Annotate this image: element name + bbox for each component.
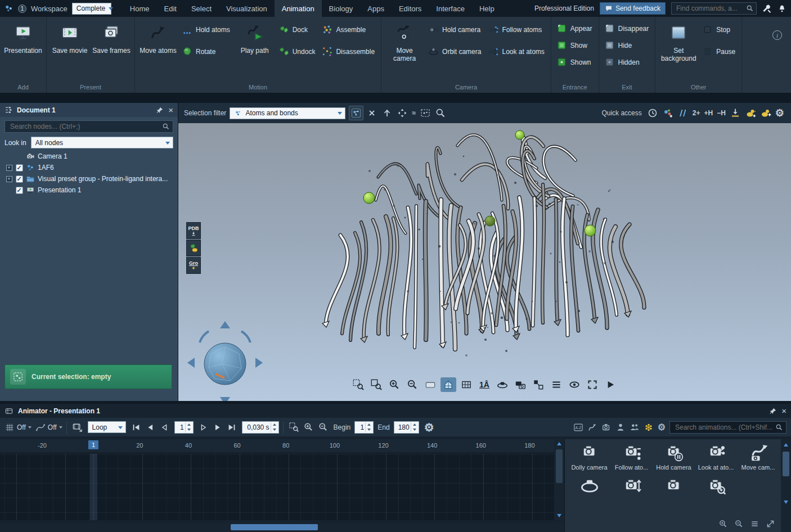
cam-stack-button[interactable] (513, 377, 528, 392)
node-button[interactable] (531, 377, 546, 392)
grid3d-button[interactable] (459, 377, 474, 392)
angstrom-button[interactable]: 1Å (477, 377, 492, 392)
checkbox[interactable]: ✓ (16, 175, 23, 183)
ribbon-button-hold-atoms[interactable]: Hold atoms (179, 23, 233, 36)
expander-icon[interactable]: + (6, 165, 12, 171)
menu-tab-animation[interactable]: Animation (275, 0, 322, 17)
command-search-input[interactable] (675, 4, 746, 13)
house-button[interactable] (441, 377, 456, 392)
animation-tile-cam-tilt[interactable] (610, 476, 653, 495)
list-button[interactable] (749, 518, 761, 530)
animation-tile-move-cam[interactable]: Move cam... (737, 443, 779, 471)
eye-button[interactable] (567, 377, 582, 392)
duck-add-button[interactable] (744, 106, 757, 120)
arrow-up-box-button[interactable] (380, 106, 394, 120)
search-icon[interactable] (746, 4, 754, 12)
gear-button[interactable]: ⚙ (774, 107, 785, 119)
menu-tab-select[interactable]: Select (184, 0, 219, 17)
marquee-box-button[interactable] (419, 106, 432, 120)
scroll-down-button[interactable] (781, 498, 791, 507)
ribbon-button-orbit-camera[interactable]: Orbit camera (426, 45, 484, 58)
tree-item-presentation-1[interactable]: ✓Presentation 1 (0, 184, 178, 196)
playhead[interactable] (90, 454, 97, 520)
step-fwd-button[interactable] (212, 421, 224, 434)
squiggle-n-button[interactable] (586, 421, 599, 434)
atoms-box-button[interactable] (349, 106, 363, 120)
mag-plus-button[interactable] (386, 377, 402, 392)
animation-search-input[interactable] (674, 423, 775, 432)
workspace-select[interactable]: Complete (72, 3, 111, 15)
selection-filter-select[interactable]: Atoms and bonds (230, 107, 345, 119)
mag-minus-button[interactable] (405, 377, 420, 392)
ribbon-button-hold-camera[interactable]: Hold camera (426, 23, 484, 36)
play-fwd-button[interactable] (197, 421, 210, 434)
mag-box2-button[interactable] (368, 377, 384, 392)
mag-box-button[interactable] (350, 377, 366, 392)
ribbon-button-dock[interactable]: Dock (276, 23, 319, 36)
charge-button[interactable]: 2+ (691, 109, 702, 118)
node-search-input[interactable] (9, 122, 162, 131)
ribbon-button-hidden[interactable]: Hidden (602, 56, 653, 69)
animation-tile-cam-zoom[interactable] (695, 476, 737, 495)
checkbox[interactable]: ✓ (16, 187, 23, 194)
people-button[interactable] (628, 421, 641, 434)
arrow-down-button[interactable] (729, 106, 742, 120)
menu-tab-visualization[interactable]: Visualization (219, 0, 275, 17)
play-button[interactable] (603, 377, 618, 392)
menu-tab-biology[interactable]: Biology (322, 0, 361, 17)
molecule-plus-button[interactable] (661, 106, 675, 120)
snap-toggle[interactable]: Off (5, 422, 32, 432)
ribbon-button-presentation[interactable]: Presentation (3, 19, 43, 55)
close-icon[interactable]: × (781, 407, 786, 415)
info-icon[interactable]: i (772, 30, 782, 40)
ribbon-button-save-movie[interactable]: Save movie (50, 19, 90, 55)
keyframe-button[interactable] (71, 421, 84, 434)
end-spinner[interactable]: 180 (394, 421, 419, 434)
pin-icon[interactable] (156, 106, 164, 114)
tools-icon[interactable] (762, 4, 772, 13)
close-icon[interactable]: × (168, 106, 173, 114)
tree-item-1af6[interactable]: +✓1AF6 (0, 162, 178, 173)
menu-tab-editors[interactable]: Editors (392, 0, 429, 17)
skip-start-button[interactable] (130, 421, 142, 434)
notification-badge[interactable]: 1 (18, 4, 26, 13)
ribbon-button-follow-atoms[interactable]: Follow atoms (486, 23, 547, 36)
person-button[interactable] (614, 421, 627, 434)
step-back-button[interactable] (144, 421, 156, 434)
ribbon-button-shown[interactable]: Shown (554, 56, 596, 69)
animation-tile-cam-plain[interactable] (653, 476, 695, 495)
render-canvas[interactable]: PDB Gro (178, 123, 791, 401)
ribbon-button-disappear[interactable]: Disappear (602, 22, 653, 35)
orbit-cam-button[interactable] (495, 377, 510, 392)
duck-spark-button[interactable] (759, 106, 772, 120)
bell-icon[interactable] (777, 4, 786, 13)
scroll-up-button[interactable] (554, 439, 564, 448)
timeline-vertical-scrollbar[interactable] (554, 439, 564, 520)
list-button[interactable] (549, 377, 564, 392)
scroll-up-button[interactable] (781, 440, 791, 449)
ribbon-button-undock[interactable]: Undock (276, 45, 319, 58)
tree-item-visual-preset-group-protein-ligand-intera[interactable]: +✓Visual preset group - Protein-ligand i… (0, 173, 178, 184)
frame-duration-spinner[interactable]: 0,030 s (242, 421, 279, 434)
mag-plus-button[interactable] (302, 421, 315, 434)
x-box-button[interactable] (365, 106, 379, 120)
library-scrollbar[interactable] (781, 439, 791, 532)
fullscreen-button[interactable] (585, 377, 600, 392)
gear-button[interactable]: ⚙ (657, 422, 667, 433)
ribbon-button-stop[interactable]: Stop (700, 23, 739, 36)
mag-minus-button[interactable] (317, 421, 330, 434)
look-in-select[interactable]: All nodes (31, 137, 173, 148)
animation-tile-hold-camera[interactable]: Hold camera (653, 443, 695, 471)
begin-spinner[interactable]: 1 (354, 421, 374, 434)
ribbon-button-appear[interactable]: Appear (554, 22, 596, 35)
search-icon[interactable] (775, 423, 783, 431)
minus-h-button[interactable]: −H (716, 109, 727, 118)
expand-diag-button[interactable] (765, 518, 776, 530)
ribbon-button-play-path[interactable]: Play path (235, 19, 275, 55)
protein-render[interactable] (178, 123, 791, 401)
play-back-button[interactable] (158, 421, 170, 434)
selection-status[interactable]: Current selection: empty (5, 364, 172, 389)
magnifier-button[interactable] (434, 106, 447, 120)
animation-tile-dolly-camera[interactable]: Dolly camera (568, 443, 610, 471)
frame-spinner[interactable]: 1 (174, 421, 194, 434)
